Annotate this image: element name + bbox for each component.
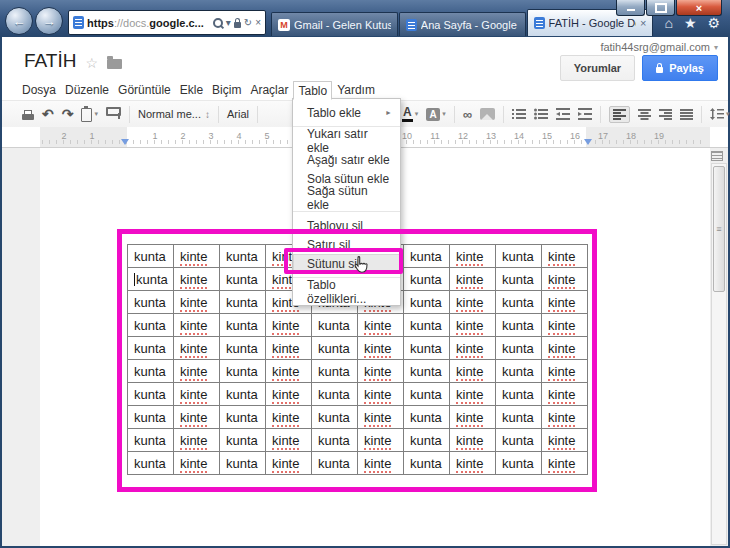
vertical-scrollbar[interactable]: ≡ bbox=[711, 163, 727, 545]
align-left-button[interactable] bbox=[609, 106, 630, 123]
ruler-number: 18 bbox=[626, 131, 636, 141]
minimize-button[interactable] bbox=[616, 0, 645, 16]
tab-strip: M Gmail - Gelen Kutusu (5) - f... Ana Sa… bbox=[271, 7, 654, 36]
forward-button[interactable]: → bbox=[35, 7, 63, 35]
print-button[interactable] bbox=[22, 108, 34, 120]
back-button[interactable]: ← bbox=[5, 7, 33, 35]
menubar-item-araçlar[interactable]: Araçlar bbox=[246, 81, 292, 100]
hand-cursor-icon bbox=[352, 256, 369, 275]
address-bar[interactable]: https://docs.google.c... ▾ ↻ × bbox=[68, 10, 266, 35]
stop-icon[interactable]: × bbox=[255, 17, 261, 28]
menu-item[interactable]: Yukarı satır ekle bbox=[293, 131, 400, 150]
justify-icon bbox=[680, 109, 693, 120]
browser-actions: ⌂ ★ ⚙ bbox=[664, 15, 720, 31]
menu-bar: DosyaDüzenleGörüntüleEkleBiçimAraçlarTab… bbox=[18, 81, 380, 100]
line-spacing-icon bbox=[710, 108, 724, 120]
ruler-number: 15 bbox=[542, 131, 552, 141]
justify-button[interactable] bbox=[680, 109, 693, 120]
scrollbar-thumb[interactable]: ≡ bbox=[713, 166, 725, 292]
document-title-row: FATİH ☆ bbox=[24, 50, 122, 72]
decrease-indent-button[interactable] bbox=[556, 108, 570, 120]
menubar-item-tablo[interactable]: Tablo bbox=[293, 81, 332, 100]
paste-button[interactable]: ▾ bbox=[81, 106, 98, 122]
ruler-left-margin-shade bbox=[40, 127, 127, 147]
increase-indent-button[interactable] bbox=[578, 108, 592, 120]
url-text[interactable]: https://docs.google.c... bbox=[87, 17, 210, 29]
ruler-number: 17 bbox=[598, 131, 608, 141]
search-icon[interactable] bbox=[213, 18, 223, 28]
redo-button[interactable]: ↷ bbox=[62, 107, 74, 121]
toolbar-separator bbox=[701, 106, 702, 123]
browser-tab[interactable]: Ana Sayfa - Google Doküm... bbox=[399, 12, 526, 36]
favorites-star-icon[interactable]: ★ bbox=[684, 15, 697, 31]
menubar-item-yardım[interactable]: Yardım bbox=[333, 81, 379, 100]
insert-link-button[interactable]: ∞ bbox=[463, 108, 472, 121]
menu-item[interactable]: Aşağı satır ekle bbox=[293, 150, 400, 169]
window-controls: × bbox=[616, 0, 722, 16]
menu-item-label: Sağa sütun ekle bbox=[307, 184, 392, 212]
ruler-number: 1 bbox=[152, 131, 157, 141]
ruler-number: 19 bbox=[654, 131, 664, 141]
tab-close-icon[interactable]: × bbox=[640, 17, 646, 29]
menubar-item-biçim[interactable]: Biçim bbox=[208, 81, 245, 100]
style-value: Normal me... bbox=[138, 108, 201, 120]
highlight-color-icon: A bbox=[426, 108, 440, 121]
ruler-number: 5 bbox=[264, 131, 269, 141]
insert-image-button[interactable] bbox=[480, 108, 495, 120]
browser-window: × ← → https://docs.google.c... ▾ ↻ × M G… bbox=[0, 0, 730, 548]
link-icon: ∞ bbox=[463, 108, 472, 121]
menubar-item-görüntüle[interactable]: Görüntüle bbox=[114, 81, 175, 100]
share-button[interactable]: Paylaş bbox=[642, 55, 718, 81]
left-margin-marker[interactable] bbox=[121, 139, 129, 145]
paragraph-style-select[interactable]: Normal me... ↕ bbox=[138, 108, 210, 120]
bulleted-list-button[interactable] bbox=[534, 108, 548, 120]
search-dropdown-icon[interactable]: ▾ bbox=[226, 17, 231, 28]
align-center-button[interactable] bbox=[638, 109, 651, 120]
numbered-list-button[interactable] bbox=[512, 108, 526, 120]
star-icon[interactable]: ☆ bbox=[85, 55, 98, 71]
browser-title-bar: × ← → https://docs.google.c... ▾ ↻ × M G… bbox=[0, 0, 730, 37]
toolbar-separator bbox=[600, 106, 601, 123]
url-segment: ://docs. bbox=[114, 17, 149, 29]
maximize-button[interactable] bbox=[646, 0, 675, 16]
minimize-icon bbox=[627, 9, 635, 11]
numbered-list-icon bbox=[512, 108, 526, 120]
align-right-button[interactable] bbox=[659, 109, 672, 120]
chevron-down-icon: ▾ bbox=[714, 43, 718, 52]
ruler-number: 1 bbox=[89, 131, 94, 141]
toolbar-separator bbox=[257, 106, 258, 123]
highlight-color-button[interactable]: A▾ bbox=[426, 108, 446, 121]
browser-tab[interactable]: M Gmail - Gelen Kutusu (5) - f... bbox=[271, 12, 398, 36]
url-segment: https bbox=[87, 17, 114, 29]
undo-icon: ↶ bbox=[42, 107, 54, 121]
sutunu-sil-highlight-annotation bbox=[284, 248, 403, 274]
comments-button[interactable]: Yorumlar bbox=[560, 55, 635, 81]
right-margin-marker[interactable] bbox=[584, 139, 592, 145]
menubar-item-ekle[interactable]: Ekle bbox=[176, 81, 207, 100]
menu-item[interactable]: Sağa sütun ekle bbox=[293, 188, 400, 207]
account-menu[interactable]: fatih44srg@gmail.com ▾ bbox=[600, 41, 718, 53]
maximize-icon bbox=[655, 3, 667, 13]
close-icon: × bbox=[696, 2, 702, 14]
line-spacing-button[interactable]: ▾ bbox=[710, 108, 730, 120]
menu-item[interactable]: Tablo ekle ► bbox=[293, 103, 400, 122]
menubar-item-dosya[interactable]: Dosya bbox=[18, 81, 60, 100]
document-title[interactable]: FATİH bbox=[24, 50, 76, 72]
undo-button[interactable]: ↶ bbox=[42, 107, 54, 121]
home-icon[interactable]: ⌂ bbox=[664, 15, 672, 31]
folder-icon[interactable] bbox=[107, 59, 122, 69]
paint-roller-icon bbox=[106, 107, 121, 116]
security-lock-icon[interactable] bbox=[234, 18, 241, 28]
chevron-down-icon: ▾ bbox=[415, 110, 419, 118]
settings-gear-icon[interactable]: ⚙ bbox=[707, 15, 720, 31]
font-select[interactable]: Arial bbox=[227, 108, 249, 120]
refresh-icon[interactable]: ↻ bbox=[244, 17, 252, 28]
ruler-number: 10 bbox=[402, 131, 412, 141]
collapse-chrome-icon[interactable] bbox=[711, 151, 723, 161]
text-color-button[interactable]: A▾ bbox=[402, 106, 418, 122]
toolbar-separator bbox=[129, 106, 130, 123]
paint-format-button[interactable] bbox=[106, 107, 121, 122]
close-button[interactable]: × bbox=[676, 0, 722, 16]
menubar-item-düzenle[interactable]: Düzenle bbox=[61, 81, 113, 100]
tab-label: FATİH - Google Doküma... bbox=[549, 17, 636, 29]
